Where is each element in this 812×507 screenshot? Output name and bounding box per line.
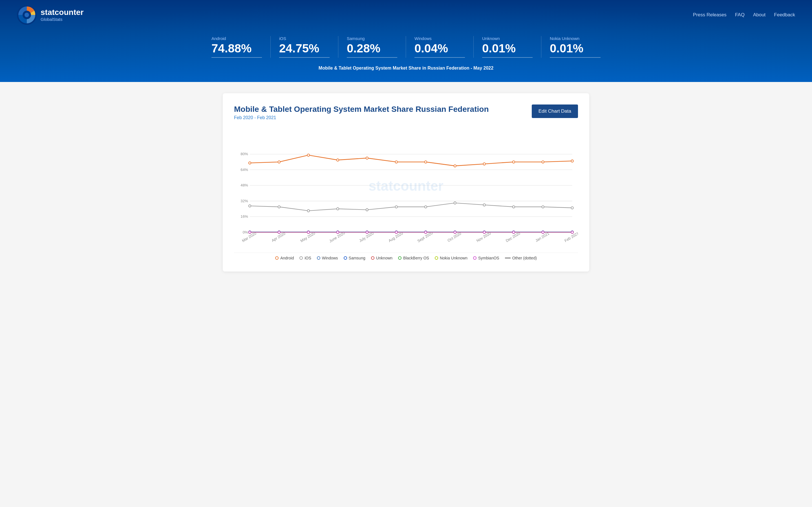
svg-point-30 — [307, 210, 310, 212]
stat-underline — [482, 57, 532, 58]
svg-point-109 — [513, 231, 515, 233]
nav-feedback[interactable]: Feedback — [774, 12, 795, 18]
chart-svg: 0%16%32%48%64%80%Mar 2020Apr 2020May 202… — [234, 129, 578, 247]
nav-links: Press Releases FAQ About Feedback — [693, 12, 795, 18]
stat-item: Samsung 0.28% — [338, 36, 406, 58]
legend-item: SymbianOS — [473, 256, 499, 260]
svg-point-32 — [366, 209, 368, 211]
stat-underline — [347, 57, 397, 58]
logo-title: statcounter — [41, 8, 84, 17]
stat-value: 0.01% — [550, 42, 601, 55]
svg-point-100 — [249, 231, 251, 233]
svg-text:48%: 48% — [241, 183, 248, 187]
stat-label: Windows — [414, 36, 465, 41]
svg-point-104 — [366, 231, 368, 233]
svg-point-112 — [249, 162, 251, 164]
svg-text:32%: 32% — [241, 199, 248, 203]
svg-point-36 — [483, 204, 486, 206]
stat-value: 0.01% — [482, 42, 532, 55]
stats-row: Android 74.88% iOS 24.75% Samsung 0.28% … — [0, 27, 812, 61]
svg-point-38 — [542, 206, 544, 208]
logo-area: statcounter GlobalStats — [17, 5, 84, 25]
stat-item: iOS 24.75% — [271, 36, 338, 58]
svg-point-116 — [366, 157, 368, 159]
chart-legend: AndroidiOSWindowsSamsungUnknownBlackBerr… — [234, 252, 578, 260]
stat-label: Android — [211, 36, 262, 41]
chart-wrapper: 0%16%32%48%64%80%Mar 2020Apr 2020May 202… — [234, 129, 578, 247]
svg-point-35 — [454, 202, 456, 204]
nav-bar: statcounter GlobalStats Press Releases F… — [0, 0, 812, 27]
svg-point-111 — [571, 231, 573, 233]
stat-underline — [279, 57, 329, 58]
chart-title: Mobile & Tablet Operating System Market … — [234, 105, 489, 114]
svg-point-121 — [513, 161, 515, 163]
svg-point-102 — [307, 231, 310, 233]
stat-item: Nokia Unknown 0.01% — [541, 36, 609, 58]
nav-press-releases[interactable]: Press Releases — [693, 12, 726, 18]
svg-point-37 — [513, 206, 515, 208]
svg-text:0%: 0% — [243, 230, 248, 234]
stat-label: Unknown — [482, 36, 532, 41]
svg-text:64%: 64% — [241, 168, 248, 172]
stat-item: Windows 0.04% — [406, 36, 474, 58]
edit-chart-button[interactable]: Edit Chart Data — [532, 105, 578, 118]
svg-point-2 — [24, 13, 29, 17]
svg-point-115 — [337, 159, 339, 161]
stat-item: Android 74.88% — [203, 36, 271, 58]
svg-text:80%: 80% — [241, 152, 248, 156]
stat-value: 0.28% — [347, 42, 397, 55]
svg-text:16%: 16% — [241, 214, 248, 219]
legend-item: Unknown — [371, 256, 393, 260]
svg-point-119 — [454, 165, 456, 167]
stat-label: Samsung — [347, 36, 397, 41]
legend-item: Samsung — [344, 256, 365, 260]
nav-faq[interactable]: FAQ — [735, 12, 745, 18]
legend-item: Other (dotted) — [505, 256, 537, 260]
svg-point-123 — [571, 160, 573, 162]
svg-point-103 — [337, 231, 339, 233]
legend-item: BlackBerry OS — [398, 256, 429, 260]
svg-point-106 — [424, 231, 427, 233]
stat-underline — [550, 57, 601, 58]
legend-item: iOS — [299, 256, 311, 260]
statcounter-logo-icon — [17, 5, 37, 25]
legend-item: Android — [275, 256, 294, 260]
svg-point-108 — [483, 231, 486, 233]
legend-item: Nokia Unknown — [435, 256, 467, 260]
svg-point-33 — [395, 206, 398, 208]
svg-text:statcounter: statcounter — [368, 178, 444, 194]
chart-header: Mobile & Tablet Operating System Market … — [234, 105, 578, 120]
svg-text:Feb 2021: Feb 2021 — [564, 231, 578, 243]
page-header: statcounter GlobalStats Press Releases F… — [0, 0, 812, 82]
svg-point-113 — [278, 161, 280, 163]
stat-underline — [414, 57, 465, 58]
chart-date-range: Feb 2020 - Feb 2021 — [234, 115, 489, 120]
svg-point-34 — [424, 206, 427, 208]
stat-label: Nokia Unknown — [550, 36, 601, 41]
svg-point-31 — [337, 208, 339, 210]
logo-subtitle: GlobalStats — [41, 17, 84, 22]
svg-point-105 — [395, 231, 398, 233]
main-content: Mobile & Tablet Operating System Market … — [223, 93, 589, 272]
logo-text: statcounter GlobalStats — [41, 8, 84, 22]
stat-value: 0.04% — [414, 42, 465, 55]
svg-point-39 — [571, 207, 573, 209]
nav-about[interactable]: About — [753, 12, 765, 18]
svg-point-120 — [483, 163, 486, 165]
header-subtitle: Mobile & Tablet Operating System Market … — [0, 61, 812, 73]
legend-item: Windows — [317, 256, 338, 260]
svg-point-110 — [542, 231, 544, 233]
svg-point-101 — [278, 231, 280, 233]
svg-point-122 — [542, 161, 544, 163]
stat-value: 24.75% — [279, 42, 329, 55]
stat-value: 74.88% — [211, 42, 262, 55]
svg-point-28 — [249, 205, 251, 207]
stat-label: iOS — [279, 36, 329, 41]
svg-point-118 — [424, 161, 427, 163]
stat-underline — [211, 57, 262, 58]
stat-item: Unknown 0.01% — [474, 36, 541, 58]
svg-point-117 — [395, 161, 398, 163]
svg-point-114 — [307, 154, 310, 156]
chart-title-area: Mobile & Tablet Operating System Market … — [234, 105, 489, 120]
svg-point-107 — [454, 231, 456, 233]
